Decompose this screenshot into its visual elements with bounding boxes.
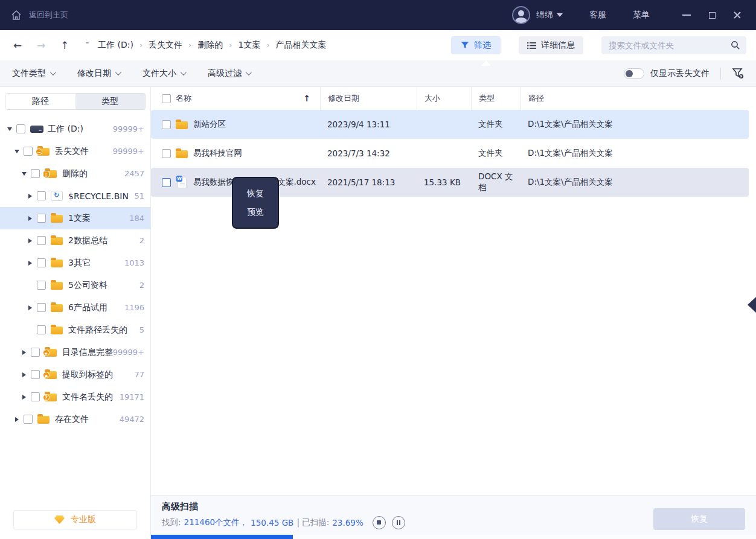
expand-arrow-icon[interactable] [19, 372, 28, 377]
tree-item-5-company-files[interactable]: 5公司资料2 [0, 274, 150, 296]
tree-item-6-product-trial[interactable]: 6产品试用1196 [0, 296, 150, 319]
tree-item-deleted[interactable]: 删除的2457 [0, 162, 150, 185]
breadcrumb-item-product-docs[interactable]: 产品相关文案 [260, 40, 326, 51]
user-dropdown-icon[interactable] [557, 13, 563, 17]
minimize-icon [682, 14, 691, 16]
expand-arrow-icon[interactable] [25, 305, 34, 310]
tree-item-work-d[interactable]: 工作 (D:)99999+ [0, 118, 150, 140]
checkbox[interactable] [31, 370, 40, 379]
file-type: DOCX 文档 [471, 171, 521, 193]
context-menu-recover[interactable]: 恢复 [233, 184, 278, 203]
username-label[interactable]: 绵绵 [536, 10, 553, 21]
file-type-dropdown[interactable]: 文件类型 [12, 68, 54, 79]
expand-arrow-icon[interactable] [19, 350, 28, 355]
checkbox[interactable] [31, 169, 40, 178]
forward-button[interactable]: → [33, 39, 49, 51]
column-header-date[interactable]: 修改日期 [320, 87, 417, 110]
scanned-label: | 已扫描: [296, 517, 329, 528]
search-input[interactable] [609, 40, 731, 50]
pause-scan-button[interactable] [392, 516, 405, 529]
advanced-filter-dropdown[interactable]: 高级过滤 [208, 68, 250, 79]
tab-path[interactable]: 路径 [5, 94, 75, 109]
minimize-button[interactable] [676, 5, 697, 25]
expand-arrow-icon[interactable] [25, 261, 34, 266]
docx-file-icon [178, 177, 187, 188]
context-menu-preview[interactable]: 预览 [233, 203, 278, 222]
file-name-end: 文案.docx [278, 177, 316, 188]
expand-panel-arrow[interactable] [748, 297, 756, 313]
file-size-dropdown[interactable]: 文件大小 [143, 68, 185, 79]
breadcrumb-item-deleted[interactable]: 删除的 [182, 40, 223, 51]
checkbox[interactable] [37, 191, 46, 200]
column-header-type[interactable]: 类型 [471, 87, 521, 110]
tab-type[interactable]: 类型 [75, 94, 146, 109]
column-date-label: 修改日期 [328, 93, 359, 104]
modified-date-dropdown[interactable]: 修改日期 [77, 68, 120, 79]
tree-item-file-path-lost[interactable]: 文件路径丢失的5 [0, 319, 150, 341]
tree-item-lost-files[interactable]: 丢失文件99999+ [0, 140, 150, 162]
clear-filter-icon[interactable] [732, 68, 744, 79]
back-to-home-button[interactable]: 返回到主页 [10, 8, 68, 22]
details-button[interactable]: 详细信息 [519, 36, 583, 54]
checkbox[interactable] [162, 120, 171, 129]
expand-arrow-icon[interactable] [19, 395, 28, 400]
checkbox[interactable] [37, 258, 46, 267]
tree-item-recycle-bin[interactable]: $RECYCLE.BIN51 [0, 185, 150, 207]
column-header-size[interactable]: 大小 [417, 87, 471, 110]
checkbox[interactable] [162, 178, 171, 187]
checkbox[interactable] [31, 392, 40, 401]
breadcrumb-item-drive[interactable]: 工作 (D:) [98, 40, 133, 51]
checkbox[interactable] [37, 236, 46, 245]
expand-arrow-icon[interactable] [25, 216, 34, 221]
breadcrumb-item-1-docs[interactable]: 1文案 [223, 40, 260, 51]
checkbox[interactable] [37, 303, 46, 312]
checkbox[interactable] [24, 147, 33, 156]
column-header-path[interactable]: 路径 [521, 87, 756, 110]
filter-button[interactable]: 筛选 [451, 36, 501, 54]
checkbox[interactable] [37, 214, 46, 223]
up-button[interactable]: ↑ [57, 39, 72, 51]
search-icon[interactable] [731, 40, 740, 50]
tree-item-existing-files[interactable]: 存在文件49472 [0, 408, 150, 430]
close-button[interactable] [727, 5, 748, 25]
sort-ascending-icon[interactable] [303, 94, 310, 103]
question-badge-icon [43, 394, 50, 401]
maximize-button[interactable] [702, 5, 722, 25]
checkbox[interactable] [37, 325, 46, 334]
expand-arrow-icon[interactable] [12, 417, 21, 422]
search-box[interactable] [601, 36, 746, 54]
gem-icon [54, 515, 65, 524]
breadcrumb-item-lost-files[interactable]: 丢失文件 [133, 40, 182, 51]
pro-version-button[interactable]: 专业版 [13, 510, 137, 529]
checkbox[interactable] [31, 348, 40, 357]
tree-item-extracted-tags[interactable]: 提取到标签的77 [0, 363, 150, 386]
checkbox[interactable] [24, 415, 33, 424]
column-header-name[interactable]: 名称 [151, 93, 320, 104]
collapse-arrow-icon[interactable] [19, 172, 28, 176]
folder-icon [51, 302, 63, 313]
select-all-checkbox[interactable] [162, 94, 171, 103]
expand-arrow-icon[interactable] [25, 194, 34, 199]
table-row-new-partition[interactable]: 新站分区 2023/9/4 13:11 文件夹 D:\1文案\产品相关文案 [151, 110, 749, 139]
tree-item-1-docs[interactable]: 1文案184 [0, 207, 150, 229]
maximize-icon [709, 12, 716, 19]
avatar[interactable] [512, 6, 530, 24]
collapse-arrow-icon[interactable] [12, 150, 21, 153]
collapse-arrow-icon[interactable] [5, 127, 14, 131]
recover-button[interactable]: 恢复 [653, 508, 745, 530]
lost-files-only-toggle[interactable] [624, 68, 644, 79]
checkbox[interactable] [162, 149, 171, 158]
menu-link[interactable]: 菜单 [633, 10, 650, 21]
expand-arrow-icon[interactable] [25, 238, 34, 243]
tree-item-dir-info-complete[interactable]: 目录信息完整的99999+ [0, 341, 150, 363]
tree-item-2-data-summary[interactable]: 2数据总结2 [0, 229, 150, 252]
checkbox[interactable] [37, 281, 46, 290]
close-icon [733, 11, 742, 19]
tree-item-3-others[interactable]: 3其它1013 [0, 252, 150, 274]
table-row-yiwo-official-site[interactable]: 易我科技官网 2023/7/3 14:32 文件夹 D:\1文案\产品相关文案 [151, 139, 749, 168]
back-button[interactable]: ← [10, 39, 25, 51]
stop-scan-button[interactable] [373, 516, 386, 529]
checkbox[interactable] [16, 124, 25, 133]
tree-item-filename-lost[interactable]: 文件名丢失的19171 [0, 386, 150, 408]
support-link[interactable]: 客服 [589, 10, 606, 21]
